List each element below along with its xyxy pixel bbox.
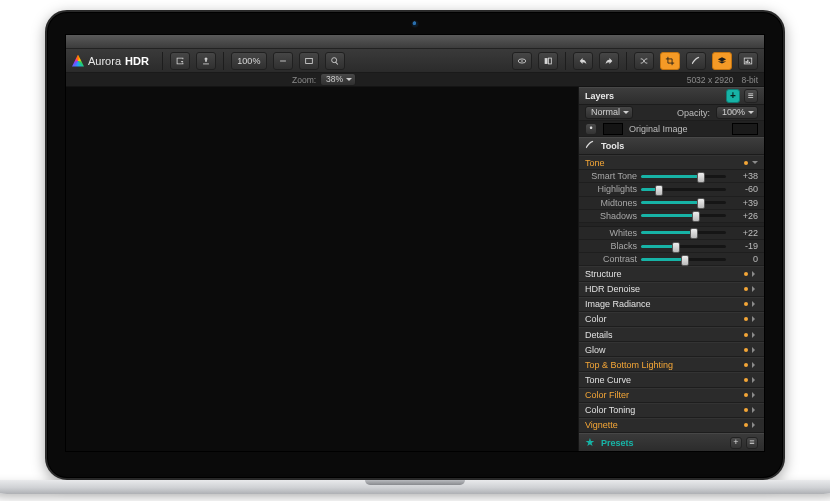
slider-track[interactable] xyxy=(641,188,726,191)
svg-rect-7 xyxy=(548,58,551,64)
slider-highlights[interactable]: Highlights-60 xyxy=(579,183,764,196)
chevron-right-icon xyxy=(752,332,758,338)
layers-toggle-button[interactable] xyxy=(712,52,732,70)
svg-rect-3 xyxy=(335,61,338,64)
slider-track[interactable] xyxy=(641,258,726,261)
presets-menu-button[interactable]: ≡ xyxy=(746,437,758,449)
section-active-dot xyxy=(744,317,748,321)
slider-smart-tone[interactable]: Smart Tone+38 xyxy=(579,170,764,183)
layer-mask-thumbnail[interactable] xyxy=(732,123,758,135)
slider-value: 0 xyxy=(730,254,758,264)
section-image-radiance[interactable]: Image Radiance xyxy=(579,297,764,312)
section-title: Top & Bottom Lighting xyxy=(585,360,673,370)
zoom-value-button[interactable]: 100% xyxy=(231,52,267,70)
redo-button[interactable] xyxy=(599,52,619,70)
slider-label: Blacks xyxy=(585,241,637,251)
layer-visibility-toggle[interactable]: • xyxy=(585,123,597,135)
export-button[interactable] xyxy=(170,52,190,70)
slider-label: Whites xyxy=(585,228,637,238)
section-vignette[interactable]: Vignette xyxy=(579,418,764,433)
camera-dot xyxy=(411,20,419,28)
tools-panel-header[interactable]: Tools xyxy=(579,137,764,155)
zoom-out-button[interactable] xyxy=(273,52,293,70)
slider-track[interactable] xyxy=(641,214,726,217)
slider-track[interactable] xyxy=(641,201,726,204)
image-dimensions: 5032 x 2920 xyxy=(687,75,734,85)
slider-whites[interactable]: Whites+22 xyxy=(579,227,764,240)
slider-shadows[interactable]: Shadows+26 xyxy=(579,210,764,223)
section-top-bottom-lighting[interactable]: Top & Bottom Lighting xyxy=(579,357,764,372)
section-active-dot xyxy=(744,423,748,427)
section-color-filter[interactable]: Color Filter xyxy=(579,388,764,403)
presets-add-button[interactable]: + xyxy=(730,437,742,449)
section-color[interactable]: Color xyxy=(579,312,764,327)
zoom-in-button[interactable] xyxy=(325,52,345,70)
crop-button[interactable] xyxy=(660,52,680,70)
section-active-dot xyxy=(744,287,748,291)
layer-row-original[interactable]: • Original Image xyxy=(579,121,764,137)
section-title: Color Filter xyxy=(585,390,629,400)
section-active-dot xyxy=(744,161,748,165)
preview-eye-button[interactable] xyxy=(512,52,532,70)
section-tone-curve[interactable]: Tone Curve xyxy=(579,372,764,387)
chevron-right-icon xyxy=(752,271,758,277)
slider-value: +26 xyxy=(730,211,758,221)
section-active-dot xyxy=(744,393,748,397)
brush-button[interactable] xyxy=(686,52,706,70)
add-layer-button[interactable]: + xyxy=(726,89,740,103)
presets-footer[interactable]: ★ Presets + ≡ xyxy=(579,433,764,451)
layers-menu-button[interactable]: ≡ xyxy=(744,89,758,103)
histogram-button[interactable] xyxy=(738,52,758,70)
section-title: HDR Denoise xyxy=(585,284,640,294)
section-details[interactable]: Details xyxy=(579,327,764,342)
chevron-right-icon xyxy=(752,392,758,398)
shuffle-button[interactable] xyxy=(634,52,654,70)
section-active-dot xyxy=(744,363,748,367)
slider-contrast[interactable]: Contrast0 xyxy=(579,253,764,266)
slider-value: +38 xyxy=(730,171,758,181)
slider-track[interactable] xyxy=(641,231,726,234)
layers-panel-header[interactable]: Layers + ≡ xyxy=(579,87,764,105)
blend-mode-select[interactable]: Normal xyxy=(585,106,633,119)
section-title: Vignette xyxy=(585,420,618,430)
tool-brush-icon xyxy=(585,140,595,152)
svg-rect-6 xyxy=(545,58,548,64)
fit-screen-button[interactable] xyxy=(299,52,319,70)
slider-label: Contrast xyxy=(585,254,637,264)
section-active-dot xyxy=(744,378,748,382)
section-title: Glow xyxy=(585,345,606,355)
opacity-select[interactable]: 100% xyxy=(716,106,758,119)
section-glow[interactable]: Glow xyxy=(579,342,764,357)
section-tone[interactable]: Tone xyxy=(579,155,764,170)
layers-title: Layers xyxy=(585,91,614,101)
slider-midtones[interactable]: Midtones+39 xyxy=(579,197,764,210)
slider-blacks[interactable]: Blacks-19 xyxy=(579,240,764,253)
share-button[interactable] xyxy=(196,52,216,70)
slider-track[interactable] xyxy=(641,245,726,248)
compare-button[interactable] xyxy=(538,52,558,70)
image-bit-depth: 8-bit xyxy=(741,75,758,85)
chevron-right-icon xyxy=(752,407,758,413)
app-brand: Aurora HDR xyxy=(72,55,149,67)
section-title: Color Toning xyxy=(585,405,635,415)
slider-value: +22 xyxy=(730,228,758,238)
section-structure[interactable]: Structure xyxy=(579,266,764,281)
main-toolbar: Aurora HDR 100% xyxy=(66,49,764,73)
chevron-right-icon xyxy=(752,362,758,368)
svg-rect-0 xyxy=(280,60,286,61)
section-title: Details xyxy=(585,330,613,340)
image-canvas[interactable] xyxy=(66,87,578,451)
section-active-dot xyxy=(744,348,748,352)
section-hdr-denoise[interactable]: HDR Denoise xyxy=(579,282,764,297)
section-active-dot xyxy=(744,408,748,412)
chevron-right-icon xyxy=(752,347,758,353)
section-color-toning[interactable]: Color Toning xyxy=(579,403,764,418)
section-title: Tone Curve xyxy=(585,375,631,385)
slider-label: Shadows xyxy=(585,211,637,221)
section-active-dot xyxy=(744,333,748,337)
slider-track[interactable] xyxy=(641,175,726,178)
laptop-base xyxy=(0,480,830,494)
section-title: Tone xyxy=(585,158,605,168)
undo-button[interactable] xyxy=(573,52,593,70)
zoom-select[interactable]: 38% xyxy=(320,73,356,86)
